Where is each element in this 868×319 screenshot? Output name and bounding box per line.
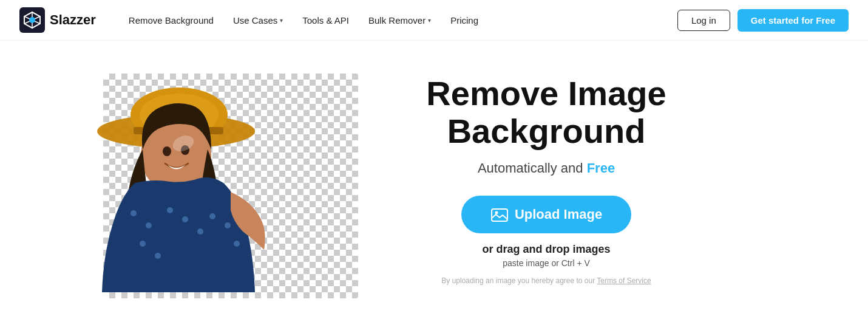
get-started-button[interactable]: Get started for Free (737, 9, 849, 32)
chevron-down-icon: ▾ (280, 17, 283, 24)
svg-point-13 (155, 253, 161, 259)
hero-title: Remove Image Background (426, 75, 666, 149)
logo-link[interactable]: Slazzer (19, 7, 96, 33)
upload-image-button[interactable]: Upload Image (461, 196, 631, 233)
svg-point-14 (167, 207, 173, 213)
svg-point-11 (146, 222, 152, 228)
drag-drop-text: or drag and drop images (482, 243, 610, 256)
nav-use-cases-label: Use Cases (233, 15, 277, 26)
svg-point-15 (182, 216, 188, 222)
nav-bulk-remover-label: Bulk Remover (368, 15, 426, 26)
svg-point-1 (29, 17, 35, 23)
nav-item-tools-api[interactable]: Tools & API (294, 10, 358, 30)
nav-pricing-label: Pricing (450, 15, 478, 26)
hero-subtitle: Automatically and Free (478, 160, 615, 176)
nav-actions: Log in Get started for Free (677, 9, 849, 32)
login-button[interactable]: Log in (677, 10, 730, 31)
image-upload-icon (491, 207, 508, 222)
svg-point-10 (131, 210, 137, 216)
svg-point-16 (197, 228, 203, 235)
nav-links: Remove Background Use Cases ▾ Tools & AP… (120, 10, 677, 30)
svg-point-8 (163, 146, 171, 156)
svg-point-17 (209, 213, 215, 219)
svg-point-19 (234, 241, 240, 247)
nav-tools-api-label: Tools & API (302, 15, 349, 26)
paste-shortcut-text: paste image or Ctrl + V (503, 258, 590, 268)
svg-rect-21 (492, 209, 507, 221)
hero-subtitle-prefix: Automatically and (478, 160, 587, 176)
hero-content: Remove Image Background Automatically an… (395, 75, 698, 285)
chevron-down-icon-2: ▾ (428, 17, 431, 24)
nav-item-use-cases[interactable]: Use Cases ▾ (225, 10, 291, 30)
logo-icon (19, 7, 45, 33)
hero-section: Remove Image Background Automatically an… (0, 41, 868, 319)
person-svg (49, 61, 328, 298)
navbar: Slazzer Remove Background Use Cases ▾ To… (0, 0, 868, 41)
nav-item-pricing[interactable]: Pricing (442, 10, 487, 30)
hero-image-area (49, 61, 358, 298)
svg-point-12 (140, 241, 146, 247)
hero-free-text: Free (587, 160, 615, 176)
nav-item-remove-bg[interactable]: Remove Background (120, 10, 222, 30)
hero-person-image (49, 61, 328, 298)
nav-remove-bg-label: Remove Background (129, 15, 214, 26)
hero-title-line1: Remove Image (426, 74, 666, 112)
tos-prefix: By uploading an image you hereby agree t… (441, 276, 597, 285)
upload-icon (490, 207, 509, 222)
brand-name: Slazzer (50, 12, 96, 28)
upload-button-label: Upload Image (515, 207, 602, 222)
hero-title-line2: Background (447, 112, 646, 150)
svg-point-22 (495, 211, 498, 214)
nav-item-bulk-remover[interactable]: Bulk Remover ▾ (360, 10, 439, 30)
tos-disclaimer: By uploading an image you hereby agree t… (441, 276, 651, 285)
tos-link[interactable]: Terms of Service (597, 276, 651, 285)
svg-point-18 (225, 222, 231, 228)
